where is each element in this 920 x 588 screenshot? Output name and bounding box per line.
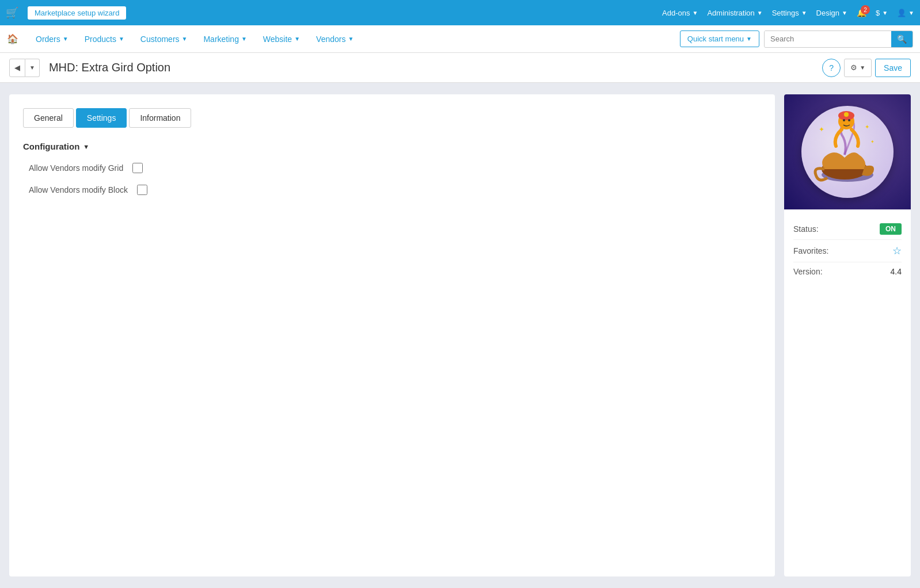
second-navigation-bar: 🏠 Orders ▼ Products ▼ Customers ▼ Market… (0, 25, 920, 53)
back-dropdown-button[interactable]: ▼ (25, 59, 40, 77)
user-chevron-icon: ▼ (908, 10, 914, 16)
top-navigation-bar: 🛒 Marketplace setup wizard Add-ons ▼ Adm… (0, 0, 920, 25)
status-row: Status: ON (793, 219, 902, 240)
gear-button[interactable]: ⚙ ▼ (844, 59, 872, 77)
top-bar-left: 🛒 Marketplace setup wizard (6, 6, 126, 20)
marketplace-wizard-button[interactable]: Marketplace setup wizard (28, 6, 126, 20)
gear-icon: ⚙ (850, 63, 857, 72)
right-panel: ✦ ✦ ✦ Status: ON Favorites: ☆ Version: 4… (784, 94, 911, 576)
quick-start-chevron-icon: ▼ (746, 36, 752, 42)
allow-vendors-modify-grid-label: Allow Vendors modify Grid (29, 163, 132, 173)
cart-icon[interactable]: 🛒 (6, 6, 18, 19)
notification-badge: 2 (861, 5, 870, 14)
administration-menu[interactable]: Administration ▼ (707, 9, 762, 17)
home-icon[interactable]: 🏠 (7, 33, 18, 44)
vendors-menu[interactable]: Vendors ▼ (308, 25, 362, 53)
search-bar: 🔍 (764, 30, 913, 48)
allow-vendors-modify-block-checkbox[interactable] (137, 185, 147, 195)
user-menu[interactable]: 👤 ▼ (897, 9, 914, 17)
search-input[interactable] (765, 31, 891, 47)
page-title: MHD: Extra Gird Option (49, 61, 170, 74)
tab-bar: General Settings Information (23, 108, 761, 128)
quick-start-button[interactable]: Quick start menu ▼ (680, 30, 759, 47)
addon-image: ✦ ✦ ✦ (784, 94, 911, 209)
allow-vendors-modify-block-row: Allow Vendors modify Block (23, 185, 761, 195)
tab-information[interactable]: Information (129, 108, 191, 128)
version-value: 4.4 (891, 267, 902, 276)
gear-chevron-icon: ▼ (860, 64, 865, 71)
website-chevron-icon: ▼ (294, 25, 300, 53)
products-chevron-icon: ▼ (119, 25, 124, 53)
design-chevron-icon: ▼ (842, 10, 847, 16)
svg-text:✦: ✦ (870, 139, 875, 144)
top-bar-right: Add-ons ▼ Administration ▼ Settings ▼ De… (662, 8, 914, 17)
version-label: Version: (793, 267, 823, 276)
addon-info: Status: ON Favorites: ☆ Version: 4.4 (784, 209, 911, 290)
administration-chevron-icon: ▼ (757, 10, 763, 16)
second-bar-right: Quick start menu ▼ 🔍 (680, 30, 913, 48)
customers-chevron-icon: ▼ (182, 25, 188, 53)
settings-chevron-icon: ▼ (801, 10, 807, 16)
favorites-row: Favorites: ☆ (793, 240, 902, 262)
help-button[interactable]: ? (822, 59, 841, 77)
favorites-label: Favorites: (793, 246, 828, 255)
search-button[interactable]: 🔍 (891, 31, 913, 47)
svg-point-5 (843, 119, 845, 121)
svg-point-6 (848, 119, 850, 121)
currency-menu[interactable]: $ ▼ (876, 9, 888, 17)
allow-vendors-modify-grid-checkbox-wrap (132, 163, 143, 173)
allow-vendors-modify-grid-checkbox[interactable] (132, 163, 143, 173)
configuration-chevron-icon: ▼ (83, 143, 89, 150)
allow-vendors-modify-block-label: Allow Vendors modify Block (29, 185, 137, 194)
orders-menu[interactable]: Orders ▼ (28, 25, 77, 53)
left-panel: General Settings Information Configurati… (9, 94, 775, 576)
currency-chevron-icon: ▼ (882, 10, 888, 16)
favorites-star-icon[interactable]: ☆ (892, 245, 902, 257)
tab-general[interactable]: General (23, 108, 74, 128)
orders-chevron-icon: ▼ (63, 25, 69, 53)
addons-chevron-icon: ▼ (693, 10, 698, 16)
status-label: Status: (793, 224, 819, 234)
customers-menu[interactable]: Customers ▼ (132, 25, 196, 53)
tab-settings[interactable]: Settings (76, 108, 127, 128)
design-menu[interactable]: Design ▼ (816, 9, 847, 17)
svg-text:✦: ✦ (865, 124, 869, 130)
allow-vendors-modify-grid-row: Allow Vendors modify Grid (23, 163, 761, 173)
products-menu[interactable]: Products ▼ (77, 25, 132, 53)
svg-point-4 (844, 112, 849, 117)
addon-image-circle: ✦ ✦ ✦ (801, 106, 894, 198)
back-button[interactable]: ◀ (9, 59, 25, 77)
svg-text:✦: ✦ (819, 125, 824, 133)
user-icon: 👤 (897, 9, 906, 17)
marketing-chevron-icon: ▼ (241, 25, 247, 53)
vendors-chevron-icon: ▼ (348, 25, 353, 53)
page-header-actions: ? ⚙ ▼ Save (822, 59, 911, 77)
page-header: ◀ ▼ MHD: Extra Gird Option ? ⚙ ▼ Save (0, 53, 920, 83)
website-menu[interactable]: Website ▼ (255, 25, 308, 53)
notification-bell[interactable]: 🔔 2 (857, 8, 866, 17)
status-badge: ON (880, 223, 902, 235)
addons-menu[interactable]: Add-ons ▼ (662, 9, 698, 17)
allow-vendors-modify-block-checkbox-wrap (137, 185, 147, 195)
save-button[interactable]: Save (875, 59, 911, 77)
settings-menu[interactable]: Settings ▼ (772, 9, 807, 17)
main-content: General Settings Information Configurati… (0, 83, 920, 588)
configuration-section-title: Configuration ▼ (23, 142, 761, 151)
marketing-menu[interactable]: Marketing ▼ (195, 25, 254, 53)
version-row: Version: 4.4 (793, 262, 902, 281)
